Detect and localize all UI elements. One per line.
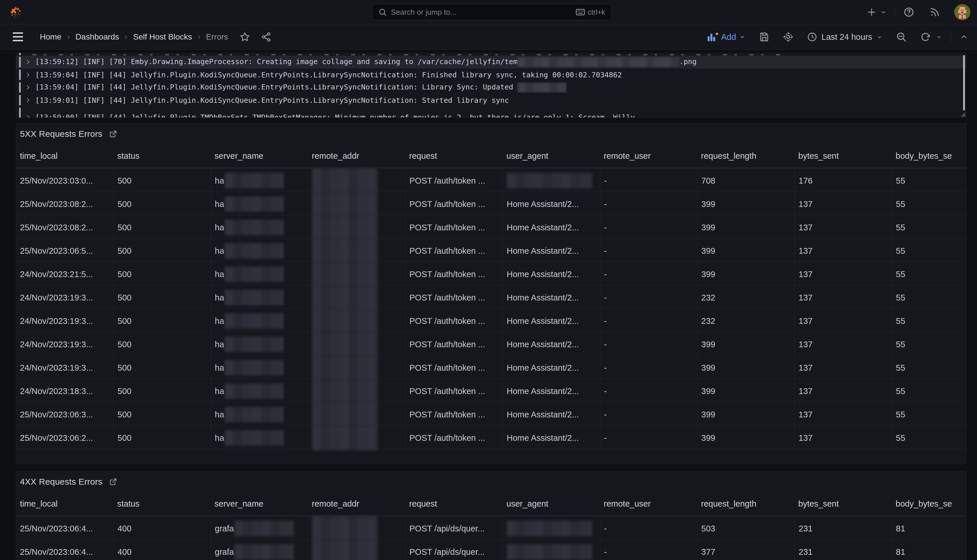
column-header-remote_user[interactable]: remote_user	[600, 144, 697, 168]
column-header-remote_addr[interactable]: remote_addr	[308, 144, 405, 168]
zoom-out-time-button[interactable]	[896, 32, 907, 42]
column-header-body_bytes_se[interactable]: body_bytes_se	[892, 144, 966, 168]
cell-text-prefix: ha	[215, 246, 224, 256]
new-button[interactable]	[867, 7, 887, 17]
panel-4xx-requests-errors: 4XX Requests Errors time_localstatusserv…	[16, 471, 966, 560]
column-header-remote_addr[interactable]: remote_addr	[308, 492, 405, 515]
cell-text-prefix: ha	[215, 410, 224, 419]
table-cell-remote_addr	[308, 540, 405, 560]
column-header-server_name[interactable]: server_name	[211, 144, 308, 168]
log-row[interactable]: [13:59:04] [INF] [44] Jellyfin.Plugin.Ko…	[16, 68, 966, 81]
table-cell-remote_user: -	[600, 516, 697, 541]
column-header-bytes_sent[interactable]: bytes_sent	[795, 492, 892, 515]
table-cell-remote_addr	[308, 168, 405, 193]
breadcrumb-item-home[interactable]: Home	[40, 32, 62, 42]
table-row: 24/Nov/2023:21:5...500haPOST /auth/token…	[16, 262, 966, 285]
table-cell-bytes_sent: 137	[795, 238, 892, 263]
expand-chevron-icon[interactable]	[25, 114, 31, 117]
panel-external-link[interactable]	[109, 130, 117, 138]
table-cell-bytes_sent: 231	[795, 516, 892, 541]
table-cell-request_length: 399	[697, 379, 795, 403]
table-cell-status: 500	[113, 215, 211, 240]
help-button[interactable]	[904, 7, 914, 18]
add-panel-button[interactable]: Add	[707, 32, 746, 42]
table-cell-request: POST /auth/token ...	[405, 215, 503, 240]
redacted-cell	[312, 516, 378, 541]
breadcrumb-separator: ›	[67, 32, 70, 41]
avatar-sprite-icon	[954, 4, 970, 20]
table-cell-server_name: ha	[211, 402, 308, 427]
column-header-request_length[interactable]: request_length	[697, 492, 795, 515]
user-avatar[interactable]	[954, 4, 970, 20]
log-row[interactable]: [13:59:04] [INF] [44] Jellyfin.Plugin.Ko…	[16, 81, 966, 94]
refresh-button[interactable]	[920, 32, 942, 42]
table-cell-remote_addr	[308, 308, 405, 333]
table-cell-body_bytes_se: 81	[892, 540, 966, 560]
save-dashboard-button[interactable]	[759, 32, 769, 42]
table-cell-remote_user: -	[600, 355, 697, 380]
log-row-partial[interactable]	[16, 53, 966, 56]
redacted-cell	[312, 540, 378, 560]
table-cell-time_local: 24/Nov/2023:19:3...	[16, 308, 113, 333]
redacted-cell	[312, 215, 378, 240]
log-level-bar	[19, 57, 21, 67]
column-header-status[interactable]: status	[113, 144, 211, 168]
table-cell-bytes_sent: 137	[795, 379, 892, 403]
table-cell-remote_user: -	[600, 168, 697, 193]
clock-icon	[807, 32, 817, 42]
table-cell-request_length: 503	[697, 516, 795, 541]
expand-chevron-icon[interactable]	[25, 84, 31, 91]
column-header-request_length[interactable]: request_length	[697, 144, 795, 168]
save-icon	[759, 32, 769, 42]
log-level-bar	[19, 108, 21, 117]
log-row[interactable]: [13:59:01] [INF] [44] Jellyfin.Plugin.Ko…	[16, 94, 966, 107]
expand-chevron-icon[interactable]	[25, 59, 31, 65]
chevron-down-icon	[936, 34, 942, 40]
panel-external-link[interactable]	[109, 477, 117, 486]
logs-panel: [13:59:12] [INF] [70] Emby.Drawing.Image…	[16, 53, 966, 118]
column-header-server_name[interactable]: server_name	[211, 492, 308, 515]
log-scrollbar-thumb[interactable]	[963, 55, 965, 110]
expand-chevron-icon[interactable]	[25, 97, 31, 103]
table-cell-request_length: 399	[697, 238, 795, 263]
share-button[interactable]	[261, 32, 272, 42]
grafana-logo-icon[interactable]	[8, 4, 23, 20]
time-range-picker[interactable]: Last 24 hours	[807, 32, 883, 42]
table-cell-time_local: 24/Nov/2023:18:3...	[16, 379, 113, 403]
keyboard-icon	[576, 8, 585, 16]
column-header-body_bytes_se[interactable]: body_bytes_se	[892, 492, 966, 515]
column-header-user_agent[interactable]: user_agent	[503, 144, 600, 168]
search-input[interactable]	[391, 8, 576, 17]
expand-chevron-icon[interactable]	[25, 72, 31, 78]
favorite-star-button[interactable]	[240, 32, 250, 42]
global-search[interactable]: ctrl+k	[372, 4, 611, 20]
column-header-user_agent[interactable]: user_agent	[503, 492, 600, 515]
column-header-request[interactable]: request	[405, 492, 503, 515]
breadcrumb-item-dashboards[interactable]: Dashboards	[75, 32, 119, 42]
redacted-cell	[312, 425, 378, 450]
log-row[interactable]: [13:59:00] [INF] [44] Jellyfin.Plugin.TM…	[16, 107, 966, 117]
column-header-request[interactable]: request	[405, 144, 503, 168]
breadcrumb-item-self-host-blocks[interactable]: Self Host Blocks	[133, 32, 192, 42]
menu-toggle-button[interactable]	[13, 32, 23, 41]
share-icon	[261, 32, 272, 42]
collapse-toolbar-button[interactable]	[960, 33, 968, 41]
news-button[interactable]	[929, 7, 940, 18]
column-header-bytes_sent[interactable]: bytes_sent	[795, 144, 892, 168]
redacted-cell	[225, 313, 284, 329]
cell-text-prefix: ha	[215, 340, 224, 349]
cell-text-prefix: grafa	[215, 524, 234, 533]
table-cell-body_bytes_se: 55	[892, 192, 966, 217]
table-cell-server_name: ha	[211, 192, 308, 217]
table-cell-request: POST /auth/token ...	[405, 402, 503, 427]
table-cell-user_agent: Home Assistant/2...	[503, 215, 600, 240]
column-header-status[interactable]: status	[113, 492, 211, 515]
table-cell-bytes_sent: 137	[795, 355, 892, 380]
log-row[interactable]: [13:59:12] [INF] [70] Emby.Drawing.Image…	[16, 56, 966, 68]
column-header-time_local[interactable]: time_local	[16, 492, 113, 515]
column-header-time_local[interactable]: time_local	[16, 144, 113, 168]
panel-resize-handle[interactable]	[961, 112, 965, 117]
redacted-cell	[312, 308, 378, 333]
dashboard-settings-button[interactable]	[783, 32, 794, 42]
column-header-remote_user[interactable]: remote_user	[600, 492, 697, 515]
